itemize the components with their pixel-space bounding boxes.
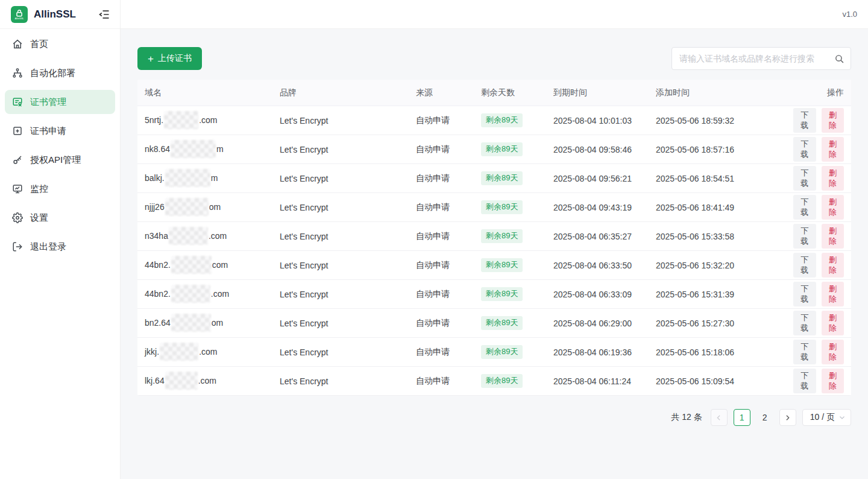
table-body: 5nrtj..com Let's Encrypt 自动申请 剩余89天 2025… <box>137 106 851 396</box>
domain-redacted-blur <box>160 343 198 361</box>
expire-time-cell: 2025-08-04 06:11:24 <box>546 376 649 386</box>
domain-redacted-blur <box>165 198 209 216</box>
pagination-next-button[interactable] <box>779 409 796 426</box>
source-cell: 自动申请 <box>409 376 474 387</box>
delete-button[interactable]: 删除 <box>822 195 844 220</box>
sidebar-item-cert-apply[interactable]: 证书申请 <box>5 119 115 143</box>
delete-button[interactable]: 删除 <box>822 311 844 336</box>
source-cell: 自动申请 <box>409 347 474 358</box>
actions-cell: 下载 删除 <box>786 166 851 191</box>
pagination-total: 共 12 条 <box>671 412 702 423</box>
added-time-cell: 2025-05-06 15:32:20 <box>649 261 786 270</box>
search-input[interactable] <box>679 54 834 63</box>
sidebar-item-home[interactable]: 首页 <box>5 32 115 56</box>
source-cell: 自动申请 <box>409 115 474 126</box>
sidebar-item-cert-manage[interactable]: 证书管理 <box>5 90 115 114</box>
delete-button[interactable]: 删除 <box>822 340 844 365</box>
domain-redacted-blur <box>171 140 216 158</box>
pagination-prev-button[interactable] <box>711 409 728 426</box>
domain-cell: 44bn2.com <box>137 256 272 274</box>
sidebar-nav: 首页 自动化部署 证书管理 证书申请 授权API管理 <box>0 29 120 267</box>
col-header-expires: 到期时间 <box>546 87 649 98</box>
page-size-select[interactable]: 10 / 页 <box>802 409 851 426</box>
added-time-cell: 2025-05-06 15:27:30 <box>649 319 786 328</box>
sidebar-item-monitor[interactable]: 监控 <box>5 177 115 201</box>
days-remaining-badge: 剩余89天 <box>481 287 523 301</box>
download-button[interactable]: 下载 <box>793 369 816 394</box>
delete-button[interactable]: 删除 <box>822 224 844 249</box>
delete-button[interactable]: 删除 <box>822 166 844 191</box>
added-time-cell: 2025-05-06 15:31:39 <box>649 290 786 299</box>
sidebar-item-api-auth[interactable]: 授权API管理 <box>5 148 115 172</box>
download-button[interactable]: 下载 <box>793 166 816 191</box>
certificate-icon <box>12 97 23 107</box>
search-icon[interactable] <box>834 54 844 64</box>
domain-redacted-blur <box>171 285 210 303</box>
delete-button[interactable]: 删除 <box>822 137 844 162</box>
domain-suffix: m <box>216 144 224 153</box>
delete-button[interactable]: 删除 <box>822 253 844 278</box>
expire-time-cell: 2025-08-04 09:43:19 <box>546 203 649 212</box>
pagination-page-1[interactable]: 1 <box>734 409 750 426</box>
sidebar-item-auto-deploy[interactable]: 自动化部署 <box>5 61 115 85</box>
col-header-days: 剩余天数 <box>474 87 546 98</box>
download-button[interactable]: 下载 <box>793 108 816 133</box>
sidebar-item-label: 首页 <box>30 39 48 50</box>
download-button[interactable]: 下载 <box>793 282 816 307</box>
download-button[interactable]: 下载 <box>793 224 816 249</box>
download-button[interactable]: 下载 <box>793 195 816 220</box>
source-cell: 自动申请 <box>409 318 474 329</box>
search-box <box>671 47 851 70</box>
sidebar-item-logout[interactable]: 退出登录 <box>5 235 115 259</box>
lock-icon <box>14 9 24 17</box>
upload-cert-button[interactable]: + 上传证书 <box>137 47 202 70</box>
domain-redacted-blur <box>171 314 211 332</box>
domain-redacted-blur <box>165 372 198 390</box>
table-row: 44bn2..com Let's Encrypt 自动申请 剩余89天 2025… <box>137 280 851 309</box>
sidebar-collapse-button[interactable] <box>97 7 112 22</box>
page-size-value: 10 / 页 <box>810 412 835 423</box>
domain-cell: jkkj..com <box>137 343 272 361</box>
domain-redacted-blur <box>165 169 210 187</box>
days-cell: 剩余89天 <box>474 316 546 330</box>
col-header-brand: 品牌 <box>272 87 409 98</box>
chevron-right-icon <box>784 414 791 422</box>
deploy-flow-icon <box>12 68 23 78</box>
added-time-cell: 2025-05-06 15:33:58 <box>649 232 786 241</box>
domain-prefix: balkj. <box>145 173 165 182</box>
expire-time-cell: 2025-08-04 06:33:09 <box>546 290 649 299</box>
app-logo: AllinSSL <box>11 6 28 23</box>
brand-cell: Let's Encrypt <box>272 290 409 299</box>
days-cell: 剩余89天 <box>474 171 546 185</box>
plus-icon: + <box>148 54 154 64</box>
download-button[interactable]: 下载 <box>793 253 816 278</box>
domain-prefix: 44bn2. <box>145 288 171 298</box>
key-icon <box>12 154 23 165</box>
download-button[interactable]: 下载 <box>793 340 816 365</box>
actions-cell: 下载 删除 <box>786 340 851 365</box>
table-row: 44bn2.com Let's Encrypt 自动申请 剩余89天 2025-… <box>137 251 851 280</box>
source-cell: 自动申请 <box>409 289 474 300</box>
added-time-cell: 2025-05-06 15:09:54 <box>649 376 786 386</box>
table-header-row: 域名 品牌 来源 剩余天数 到期时间 添加时间 操作 <box>137 80 851 106</box>
download-button[interactable]: 下载 <box>793 311 816 336</box>
domain-prefix: 44bn2. <box>145 259 171 269</box>
brand-cell: Let's Encrypt <box>272 261 409 270</box>
added-time-cell: 2025-05-06 18:54:51 <box>649 174 786 183</box>
delete-button[interactable]: 删除 <box>822 108 844 133</box>
download-button[interactable]: 下载 <box>793 137 816 162</box>
delete-button[interactable]: 删除 <box>822 369 844 394</box>
app-title: AllinSSL <box>34 8 97 21</box>
domain-suffix: com <box>212 259 228 269</box>
days-cell: 剩余89天 <box>474 142 546 156</box>
source-cell: 自动申请 <box>409 173 474 184</box>
sidebar: AllinSSL AllinSSL 首页 自动化部署 证书管理 <box>0 0 121 479</box>
chevron-left-icon <box>715 414 723 422</box>
sidebar-item-label: 设置 <box>30 212 48 224</box>
pagination-page-2[interactable]: 2 <box>756 409 773 426</box>
sidebar-item-settings[interactable]: 设置 <box>5 206 115 230</box>
domain-cell: bn2.64om <box>137 314 272 332</box>
brand-cell: Let's Encrypt <box>272 232 409 241</box>
content: + 上传证书 域名 品牌 来源 剩余天数 到期时间 添加时间 操作 <box>121 29 868 479</box>
delete-button[interactable]: 删除 <box>822 282 844 307</box>
